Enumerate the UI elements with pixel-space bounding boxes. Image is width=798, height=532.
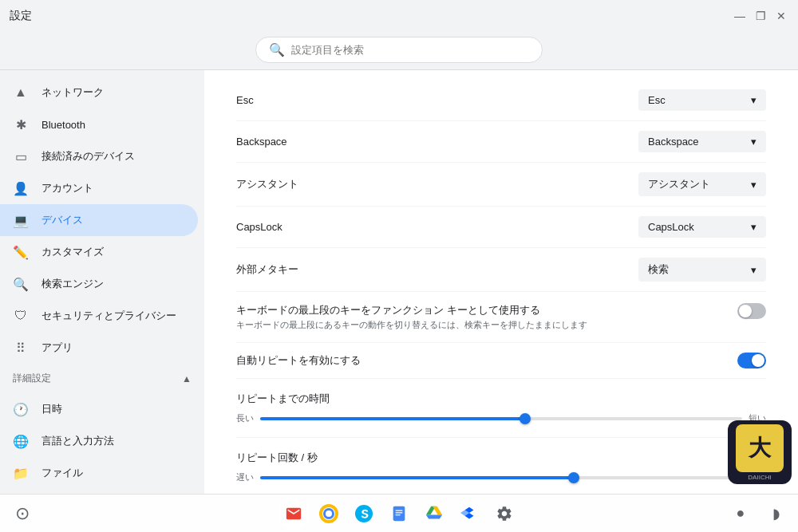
sidebar-item-files[interactable]: 📁 ファイル	[0, 457, 198, 489]
sidebar-item-language[interactable]: 🌐 言語と入力方法	[0, 425, 198, 457]
chevron-down-icon: ▾	[751, 136, 757, 148]
clock-icon: 🕐	[13, 401, 29, 417]
chevron-down-icon: ▾	[751, 94, 757, 106]
backspace-label: Backspace	[236, 136, 287, 148]
svg-rect-6	[393, 506, 405, 520]
folder-icon: 📁	[13, 465, 29, 481]
sidebar-item-label: ネットワーク	[41, 85, 104, 100]
repeat-delay-thumb[interactable]	[519, 413, 531, 424]
sidebar-item-label: カスタマイズ	[41, 245, 104, 259]
content-area: Esc Esc ▾ Backspace Backspace ▾ アシスタント ア…	[204, 70, 798, 494]
advanced-label: 詳細設定	[13, 372, 51, 385]
clock-tray[interactable]: ◗	[760, 498, 792, 530]
function-key-toggle-row: キーボードの最上段のキーをファンクション キーとして使用する キーボードの最上段…	[236, 292, 766, 343]
sidebar-item-label: デバイス	[41, 213, 83, 227]
bluetooth-icon: ✱	[13, 116, 29, 132]
svg-rect-9	[395, 514, 400, 514]
sidebar-item-device[interactable]: 💻 デバイス	[0, 204, 198, 236]
sidebar-item-label: セキュリティとプライバシー	[41, 309, 176, 323]
repeat-rate-row: リピート回数 / 秒 遅い 速い	[236, 444, 766, 490]
function-key-text: キーボードの最上段のキーをファンクション キーとして使用する キーボードの最上段…	[236, 303, 587, 331]
taskbar-right: ● ◗	[725, 498, 792, 530]
sidebar-item-label: ファイル	[41, 466, 83, 480]
svg-rect-7	[395, 510, 402, 510]
daiichi-inner: 大	[736, 424, 784, 472]
maximize-button[interactable]: ❐	[753, 9, 768, 23]
esc-row: Esc Esc ▾	[236, 80, 766, 121]
toggle-thumb	[739, 305, 752, 317]
sidebar-item-connected[interactable]: ▭ 接続済みのデバイス	[0, 140, 198, 172]
repeat-delay-row: リピートまでの時間 長い 短い	[236, 385, 766, 431]
assistant-row: アシスタント アシスタント ▾	[236, 163, 766, 207]
sidebar-item-label: Bluetooth	[41, 119, 85, 131]
sidebar-item-search[interactable]: 🔍 検索エンジン	[0, 268, 198, 300]
taskbar-launcher: ⊙	[6, 498, 38, 530]
repeat-rate-track-container: 遅い 速い	[236, 471, 766, 483]
chevron-down-icon: ▾	[751, 264, 757, 276]
sidebar-item-customize[interactable]: ✏️ カスタマイズ	[0, 236, 198, 268]
assistant-label: アシスタント	[236, 177, 298, 191]
advanced-section-header[interactable]: 詳細設定 ▲	[0, 364, 204, 393]
sidebar-item-label: 日時	[41, 402, 62, 416]
sidebar: ▲ ネットワーク ✱ Bluetooth ▭ 接続済みのデバイス 👤 アカウント…	[0, 70, 204, 494]
sidebar-item-apps[interactable]: ⠿ アプリ	[0, 332, 198, 364]
pencil-icon: ✏️	[13, 244, 29, 260]
function-key-toggle-top: キーボードの最上段のキーをファンクション キーとして使用する キーボードの最上段…	[236, 303, 766, 331]
launcher-button[interactable]: ⊙	[6, 498, 38, 530]
esc-select[interactable]: Esc ▾	[638, 89, 766, 111]
sidebar-item-label: 言語と入力方法	[41, 434, 114, 448]
search-icon: 🔍	[269, 42, 285, 57]
gmail-icon[interactable]	[278, 498, 310, 530]
keyboard-settings: Esc Esc ▾ Backspace Backspace ▾ アシスタント ア…	[204, 70, 798, 494]
repeat-rate-thumb[interactable]	[568, 472, 579, 483]
chrome-icon[interactable]	[313, 498, 345, 530]
grid-icon: ⠿	[13, 340, 29, 356]
external-meta-select[interactable]: 検索 ▾	[638, 258, 766, 282]
repeat-rate-track[interactable]	[260, 476, 742, 479]
sidebar-item-label: 検索エンジン	[41, 277, 104, 291]
assistant-select[interactable]: アシスタント ▾	[638, 172, 766, 196]
search-input[interactable]	[291, 44, 529, 56]
external-meta-label: 外部メタキー	[236, 262, 298, 277]
repeat-delay-track[interactable]	[260, 417, 742, 420]
main-layout: ▲ ネットワーク ✱ Bluetooth ▭ 接続済みのデバイス 👤 アカウント…	[0, 70, 798, 494]
repeat-delay-left-label: 長い	[236, 412, 254, 424]
dropbox-icon[interactable]	[453, 498, 485, 530]
minimize-button[interactable]: —	[733, 9, 747, 23]
close-button[interactable]: ✕	[774, 9, 788, 23]
app-title: 設定	[10, 9, 32, 23]
auto-repeat-toggle[interactable]	[737, 353, 766, 368]
function-key-subtitle: キーボードの最上段にあるキーの動作を切り替えるには、検索キーを押したままにします	[236, 319, 587, 331]
skype-icon[interactable]	[348, 498, 380, 530]
repeat-delay-label: リピートまでの時間	[236, 392, 766, 406]
docs-icon[interactable]	[383, 498, 415, 530]
sidebar-item-network[interactable]: ▲ ネットワーク	[0, 77, 198, 108]
system-tray[interactable]: ●	[725, 498, 757, 530]
capslock-row: CapsLock CapsLock ▾	[236, 207, 766, 248]
drive-icon[interactable]	[418, 498, 450, 530]
sidebar-item-datetime[interactable]: 🕐 日時	[0, 393, 198, 425]
external-meta-row: 外部メタキー 検索 ▾	[236, 248, 766, 292]
function-key-title: キーボードの最上段のキーをファンクション キーとして使用する	[236, 303, 587, 317]
sidebar-item-label: 接続済みのデバイス	[41, 149, 135, 164]
function-key-toggle[interactable]	[737, 303, 766, 319]
search-icon: 🔍	[13, 276, 29, 292]
sidebar-item-bluetooth[interactable]: ✱ Bluetooth	[0, 108, 198, 140]
auto-repeat-label: 自動リピートを有効にする	[236, 353, 361, 368]
sidebar-item-label: アカウント	[41, 181, 93, 195]
capslock-select[interactable]: CapsLock ▾	[638, 216, 766, 238]
taskbar: ⊙ ● ◗	[0, 494, 798, 532]
esc-label: Esc	[236, 94, 254, 106]
sidebar-item-account[interactable]: 👤 アカウント	[0, 172, 198, 204]
backspace-row: Backspace Backspace ▾	[236, 121, 766, 163]
daiichi-badge: 大 DAIICHI	[728, 420, 792, 484]
person-icon: 👤	[13, 180, 29, 196]
chevron-down-icon: ▾	[751, 221, 757, 233]
backspace-select[interactable]: Backspace ▾	[638, 131, 766, 152]
settings-icon[interactable]	[488, 498, 520, 530]
search-bar-container: 🔍	[0, 32, 798, 69]
repeat-rate-section: リピート回数 / 秒 遅い 速い	[236, 438, 766, 494]
sidebar-item-label: アプリ	[41, 341, 73, 355]
search-bar[interactable]: 🔍	[255, 37, 543, 63]
sidebar-item-security[interactable]: 🛡 セキュリティとプライバシー	[0, 300, 198, 332]
